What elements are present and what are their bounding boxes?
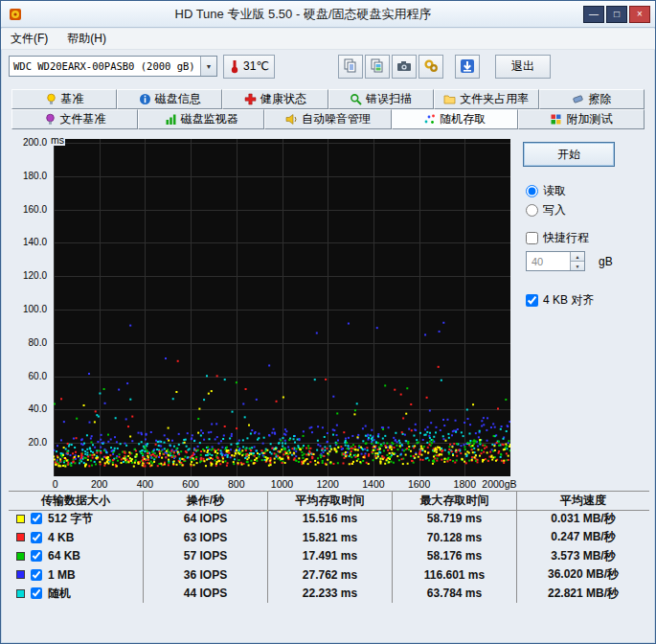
x-axis-tick: 2000gB [482, 478, 516, 490]
options-button[interactable] [418, 55, 443, 79]
avg-speed-value: 0.247 MB/秒 [516, 528, 649, 547]
col-header-speed: 平均速度 [516, 491, 649, 511]
x-axis-tick: 0 [53, 478, 58, 490]
bar-chart-icon [165, 113, 177, 126]
y-axis-unit: ms [50, 134, 65, 146]
file-benchmark-icon [44, 113, 57, 126]
series-label: 1 MB [48, 568, 76, 582]
y-axis-tick: 60.0 [9, 371, 47, 381]
x-axis-labels: 0200400600800100012001400160018002000gB [54, 478, 510, 492]
series-toggle-checkbox[interactable] [31, 587, 42, 599]
avg-access-value: 27.762 ms [267, 565, 392, 585]
temperature-button[interactable]: 31℃ [223, 55, 275, 79]
series-color-swatch [16, 533, 25, 541]
y-axis-tick: 180.0 [9, 171, 47, 181]
disk-info-icon [139, 93, 151, 105]
hd-tune-window: HD Tune 专业版 5.50 - 硬盘/固态硬盘实用程序 — □ × 文件(… [0, 0, 656, 644]
write-option: 写入 [526, 202, 566, 218]
tab-label: 文件基准 [60, 111, 106, 127]
short-stroke-value-input[interactable] [527, 252, 570, 270]
tab-extra-tests[interactable]: 附加测试 [518, 109, 645, 129]
short-stroke-option: 快捷行程 [526, 230, 589, 246]
tab-health[interactable]: 健康状态 [222, 89, 328, 109]
scatter-dots-icon [423, 113, 436, 126]
iops-value: 44 IOPS [143, 585, 267, 604]
tab-error-scan[interactable]: 错误扫描 [328, 89, 434, 109]
col-header-avg: 平均存取时间 [267, 491, 392, 511]
start-button[interactable]: 开始 [523, 142, 615, 167]
save-results-button[interactable] [455, 55, 480, 79]
avg-access-value: 17.491 ms [267, 547, 392, 566]
maximize-button[interactable]: □ [606, 6, 627, 23]
menu-bar: 文件(F) 帮助(H) [1, 29, 655, 50]
copy-text-button[interactable] [338, 55, 363, 79]
series-toggle-checkbox[interactable] [31, 513, 42, 524]
avg-access-value: 22.233 ms [267, 585, 392, 604]
tab-label: 附加测试 [566, 111, 612, 127]
y-axis-tick: 80.0 [9, 337, 47, 348]
close-button[interactable]: × [629, 6, 650, 23]
title-bar: HD Tune 专业版 5.50 - 硬盘/固态硬盘实用程序 — □ × [1, 1, 655, 28]
exit-button[interactable]: 退出 [495, 55, 551, 79]
copy-text-icon [343, 58, 358, 74]
max-access-value: 70.128 ms [392, 528, 516, 547]
minimize-button[interactable]: — [583, 6, 604, 23]
y-axis-tick: 40.0 [9, 403, 47, 414]
chevron-down-icon[interactable]: ▼ [200, 57, 216, 76]
series-color-swatch [16, 515, 25, 523]
spinner-buttons: ▲ ▼ [570, 252, 584, 270]
camera-icon [396, 58, 412, 74]
thermometer-icon [229, 58, 240, 74]
tab-random-access[interactable]: 随机存取 [392, 109, 518, 129]
tab-label: 自动噪音管理 [302, 111, 371, 127]
series-color-swatch [16, 570, 25, 579]
max-access-value: 63.784 ms [392, 585, 516, 604]
col-header-ops: 操作/秒 [143, 491, 267, 511]
spin-up-icon[interactable]: ▲ [571, 252, 584, 261]
menu-file[interactable]: 文件(F) [1, 28, 57, 50]
tab-label: 健康状态 [260, 91, 306, 107]
copy-image-button[interactable] [365, 55, 390, 79]
series-toggle-checkbox[interactable] [31, 532, 42, 543]
eraser-icon [572, 93, 584, 105]
window-controls: — □ × [583, 6, 650, 23]
results-table: 传输数据大小 操作/秒 平均存取时间 最大存取时间 平均速度 512 字节 64… [9, 491, 649, 603]
align-4kb-checkbox[interactable] [526, 294, 538, 307]
series-label: 64 KB [48, 549, 80, 563]
max-access-value: 58.176 ms [392, 547, 516, 566]
avg-access-value: 15.821 ms [267, 528, 392, 547]
drive-select[interactable]: WDC WD20EARX-00PASB0 (2000 gB) ▼ [9, 56, 217, 77]
folder-icon [443, 93, 456, 105]
tab-benchmark[interactable]: 基准 [11, 89, 117, 109]
series-toggle-checkbox[interactable] [31, 550, 42, 562]
y-axis-tick: 20.0 [9, 437, 47, 448]
tab-file-benchmark[interactable]: 文件基准 [11, 109, 138, 129]
tab-folder-usage[interactable]: 文件夹占用率 [434, 89, 539, 109]
spin-down-icon[interactable]: ▼ [571, 261, 584, 270]
iops-value: 57 IOPS [143, 547, 267, 566]
tab-disk-monitor[interactable]: 磁盘监视器 [138, 109, 264, 129]
row-label-cell: 1 MB [9, 565, 143, 585]
x-axis-tick: 400 [137, 478, 154, 490]
magnifier-icon [350, 93, 362, 105]
tab-label: 磁盘信息 [155, 91, 201, 107]
short-stroke-spinner: ▲ ▼ [526, 251, 585, 271]
row-label-cell: 64 KB [9, 547, 143, 566]
read-radio[interactable] [526, 185, 538, 197]
menu-help[interactable]: 帮助(H) [57, 28, 116, 50]
y-axis-tick: 200.0 [9, 137, 47, 148]
tab-disk-info[interactable]: 磁盘信息 [117, 89, 222, 109]
write-radio[interactable] [526, 204, 538, 217]
screenshot-button[interactable] [392, 55, 417, 79]
align-option: 4 KB 对齐 [526, 292, 594, 309]
write-label: 写入 [543, 202, 566, 218]
series-color-swatch [16, 552, 25, 561]
series-toggle-checkbox[interactable] [31, 569, 42, 581]
series-color-swatch [16, 589, 25, 598]
short-stroke-checkbox[interactable] [526, 232, 538, 244]
tab-noise-management[interactable]: 自动噪音管理 [264, 109, 391, 129]
row-label-cell: 4 KB [9, 528, 143, 547]
short-stroke-unit: gB [599, 255, 613, 268]
tab-erase[interactable]: 擦除 [539, 89, 645, 109]
y-axis-tick: 140.0 [9, 237, 47, 247]
